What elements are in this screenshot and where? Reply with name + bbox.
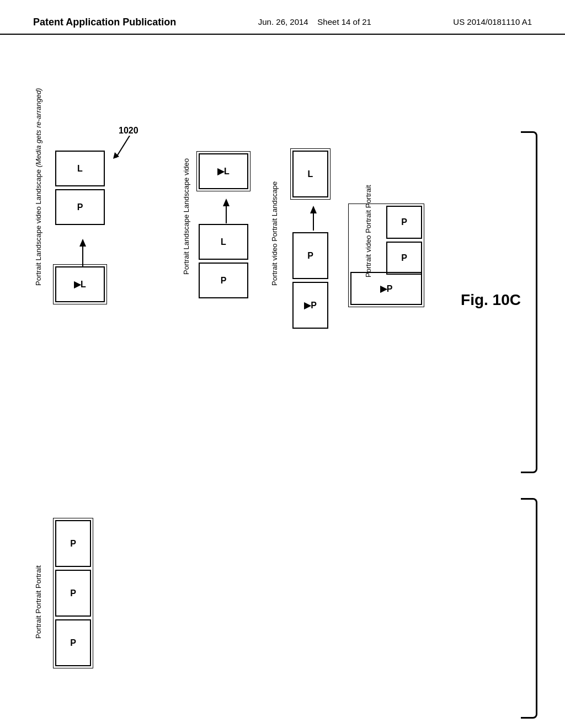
group1-arrow-up bbox=[77, 239, 88, 266]
group2-box-L-bottom: L bbox=[199, 224, 248, 260]
bottom-group-outer-border bbox=[53, 518, 93, 668]
group1-label: Portrait Landscape video Landscape (Medi… bbox=[34, 131, 42, 286]
group1-box-L-top: L bbox=[55, 151, 105, 186]
group2-arrow-up bbox=[221, 199, 232, 223]
svg-marker-7 bbox=[310, 206, 317, 213]
bottom-right-bracket bbox=[521, 498, 537, 719]
svg-marker-3 bbox=[79, 239, 86, 247]
page-header: Patent Application Publication Jun. 26, … bbox=[0, 0, 565, 35]
svg-line-0 bbox=[116, 136, 130, 158]
group1-box-P-top: P bbox=[55, 189, 105, 225]
group3-box-playP-bottom: ▶P bbox=[292, 282, 328, 329]
group1-outer-border bbox=[53, 264, 107, 304]
group3-box-P-bottom: P bbox=[292, 232, 328, 279]
publication-number: US 2014/0181110 A1 bbox=[453, 15, 532, 29]
group2-box-P-bottom: P bbox=[199, 263, 248, 298]
group3-outer-border-top bbox=[290, 148, 331, 200]
group4-outer-border bbox=[348, 204, 424, 307]
publication-title: Patent Application Publication bbox=[33, 15, 176, 29]
group3-arrow-up bbox=[308, 206, 319, 231]
diagram-area: Portrait Landscape video Landscape (Medi… bbox=[0, 35, 565, 719]
right-bracket bbox=[521, 131, 537, 473]
bottom-group-label: Portrait Portrait Portrait bbox=[34, 528, 42, 639]
ref-1020-label: 1020 bbox=[119, 126, 138, 136]
publication-date-sheet: Jun. 26, 2014 Sheet 14 of 21 bbox=[258, 15, 371, 29]
group3-label: Portrait video Portrait Landscape bbox=[270, 142, 279, 286]
svg-marker-5 bbox=[223, 199, 230, 206]
figure-label: Fig. 10C bbox=[461, 291, 521, 309]
group2-label: Portrait Landscape Landscape video bbox=[182, 142, 190, 275]
group2-outer-border-top bbox=[196, 151, 250, 191]
ref-1020-arrow bbox=[110, 136, 143, 163]
